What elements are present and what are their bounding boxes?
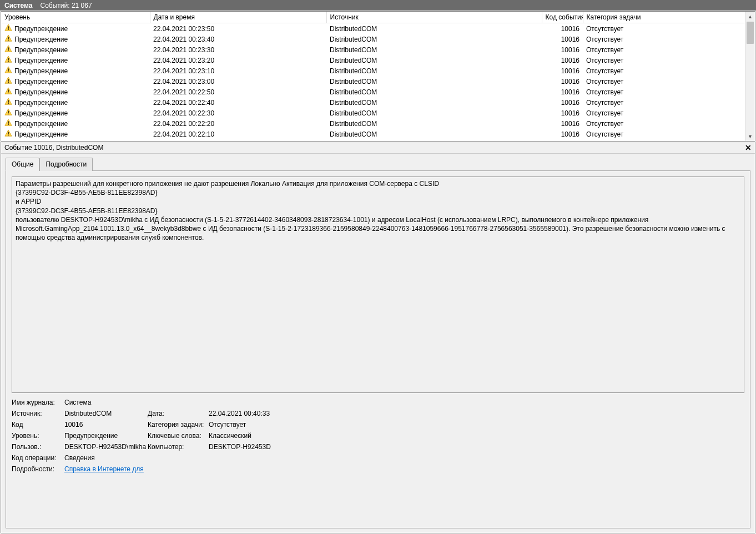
tab-details[interactable]: Подробности bbox=[39, 158, 93, 171]
cell-eventid: 10016 bbox=[542, 118, 583, 129]
cell-datetime: 22.04.2021 00:23:40 bbox=[150, 34, 326, 44]
scroll-thumb[interactable] bbox=[747, 22, 754, 44]
warning-icon bbox=[4, 98, 12, 107]
lbl-opcode: Код операции: bbox=[12, 454, 64, 462]
cell-task: Отсутствует bbox=[583, 129, 745, 139]
lbl-moreinfo: Подробности: bbox=[12, 465, 64, 473]
col-level[interactable]: Уровень bbox=[1, 12, 150, 23]
val-logname: Система bbox=[64, 399, 148, 406]
col-event-id[interactable]: Код события bbox=[542, 12, 583, 23]
svg-rect-10 bbox=[8, 79, 8, 81]
cell-datetime: 22.04.2021 00:22:30 bbox=[150, 108, 326, 118]
svg-rect-8 bbox=[8, 68, 8, 70]
table-row[interactable]: Предупреждение22.04.2021 00:22:40Distrib… bbox=[1, 97, 745, 108]
cell-task: Отсутствует bbox=[583, 97, 745, 108]
cell-eventid: 10016 bbox=[542, 97, 583, 108]
table-row[interactable]: Предупреждение22.04.2021 00:22:10Distrib… bbox=[1, 129, 745, 139]
table-row[interactable]: Предупреждение22.04.2021 00:23:50Distrib… bbox=[1, 23, 745, 34]
cell-datetime: 22.04.2021 00:23:30 bbox=[150, 44, 326, 55]
tab-general[interactable]: Общие bbox=[6, 158, 39, 171]
cell-datetime: 22.04.2021 00:23:20 bbox=[150, 55, 326, 66]
cell-datetime: 22.04.2021 00:23:00 bbox=[150, 76, 326, 87]
lbl-keywords: Ключевые слова: bbox=[148, 432, 209, 440]
tab-general-body: Параметры разрешений для конкретного при… bbox=[6, 170, 750, 528]
log-name: Система bbox=[4, 2, 33, 9]
lbl-level: Уровень: bbox=[12, 432, 64, 440]
cell-eventid: 10016 bbox=[542, 44, 583, 55]
event-viewer: Система Событий: 21 067 Уровень Дата и в… bbox=[0, 0, 756, 534]
cell-task: Отсутствует bbox=[583, 108, 745, 118]
cell-level: Предупреждение bbox=[14, 120, 68, 128]
warning-icon bbox=[4, 77, 12, 86]
val-keywords: Классический bbox=[209, 432, 251, 440]
svg-rect-21 bbox=[8, 135, 8, 135]
warning-icon bbox=[4, 34, 12, 44]
col-task[interactable]: Категория задачи bbox=[583, 12, 745, 23]
svg-rect-7 bbox=[8, 61, 8, 62]
table-row[interactable]: Предупреждение22.04.2021 00:22:20Distrib… bbox=[1, 118, 745, 129]
detail-tabs: Общие Подробности bbox=[1, 154, 755, 170]
cell-datetime: 22.04.2021 00:23:50 bbox=[150, 23, 326, 34]
warning-icon bbox=[4, 87, 12, 97]
lbl-eventid: Код bbox=[12, 421, 64, 429]
col-source[interactable]: Источник bbox=[326, 12, 542, 23]
col-datetime[interactable]: Дата и время bbox=[150, 12, 326, 23]
cell-source: DistributedCOM bbox=[326, 55, 542, 66]
table-row[interactable]: Предупреждение22.04.2021 00:23:20Distrib… bbox=[1, 55, 745, 66]
warning-icon bbox=[4, 129, 12, 139]
scroll-down-icon[interactable]: ▼ bbox=[745, 132, 755, 141]
cell-eventid: 10016 bbox=[542, 66, 583, 76]
cell-task: Отсутствует bbox=[583, 66, 745, 76]
cell-eventid: 10016 bbox=[542, 129, 583, 139]
lbl-source: Источник: bbox=[12, 410, 64, 417]
list-scrollbar[interactable]: ▲ ▼ bbox=[745, 12, 755, 141]
svg-rect-17 bbox=[8, 114, 8, 114]
scroll-up-icon[interactable]: ▲ bbox=[745, 12, 755, 21]
val-opcode: Сведения bbox=[64, 454, 148, 462]
svg-rect-18 bbox=[8, 121, 8, 123]
cell-source: DistributedCOM bbox=[326, 66, 542, 76]
val-level: Предупреждение bbox=[64, 432, 148, 440]
cell-source: DistributedCOM bbox=[326, 23, 542, 34]
close-icon[interactable]: ✕ bbox=[745, 144, 752, 152]
cell-datetime: 22.04.2021 00:22:40 bbox=[150, 97, 326, 108]
cell-source: DistributedCOM bbox=[326, 34, 542, 44]
online-help-link[interactable]: Справка в Интернете для bbox=[64, 465, 144, 473]
cell-level: Предупреждение bbox=[14, 57, 68, 64]
cell-eventid: 10016 bbox=[542, 87, 583, 97]
events-count: Событий: 21 067 bbox=[41, 2, 92, 9]
cell-source: DistributedCOM bbox=[326, 118, 542, 129]
cell-level: Предупреждение bbox=[14, 78, 68, 85]
cell-source: DistributedCOM bbox=[326, 76, 542, 87]
cell-eventid: 10016 bbox=[542, 55, 583, 66]
svg-rect-13 bbox=[8, 93, 8, 93]
table-row[interactable]: Предупреждение22.04.2021 00:23:40Distrib… bbox=[1, 34, 745, 44]
svg-rect-14 bbox=[8, 100, 8, 102]
table-row[interactable]: Предупреждение22.04.2021 00:22:30Distrib… bbox=[1, 108, 745, 118]
cell-level: Предупреждение bbox=[14, 109, 68, 117]
cell-task: Отсутствует bbox=[583, 76, 745, 87]
svg-rect-6 bbox=[8, 58, 8, 60]
pane-header: Система Событий: 21 067 bbox=[0, 0, 756, 11]
cell-source: DistributedCOM bbox=[326, 87, 542, 97]
warning-icon bbox=[4, 119, 12, 128]
svg-rect-12 bbox=[8, 89, 8, 92]
cell-datetime: 22.04.2021 00:23:10 bbox=[150, 66, 326, 76]
svg-rect-3 bbox=[8, 40, 8, 41]
cell-level: Предупреждение bbox=[14, 36, 68, 43]
cell-datetime: 22.04.2021 00:22:20 bbox=[150, 118, 326, 129]
warning-icon bbox=[4, 45, 12, 54]
cell-eventid: 10016 bbox=[542, 23, 583, 34]
val-date: 22.04.2021 00:40:33 bbox=[209, 410, 270, 417]
table-row[interactable]: Предупреждение22.04.2021 00:23:30Distrib… bbox=[1, 44, 745, 55]
lbl-computer: Компьютер: bbox=[148, 443, 209, 451]
events-list-pane: Уровень Дата и время Источник Код событи… bbox=[1, 11, 755, 142]
lbl-taskcat: Категория задачи: bbox=[148, 421, 209, 429]
events-table: Уровень Дата и время Источник Код событи… bbox=[1, 12, 745, 139]
table-row[interactable]: Предупреждение22.04.2021 00:23:10Distrib… bbox=[1, 66, 745, 76]
cell-task: Отсутствует bbox=[583, 34, 745, 44]
table-header-row: Уровень Дата и время Источник Код событи… bbox=[1, 12, 745, 23]
table-row[interactable]: Предупреждение22.04.2021 00:22:50Distrib… bbox=[1, 87, 745, 97]
table-row[interactable]: Предупреждение22.04.2021 00:23:00Distrib… bbox=[1, 76, 745, 87]
cell-task: Отсутствует bbox=[583, 55, 745, 66]
